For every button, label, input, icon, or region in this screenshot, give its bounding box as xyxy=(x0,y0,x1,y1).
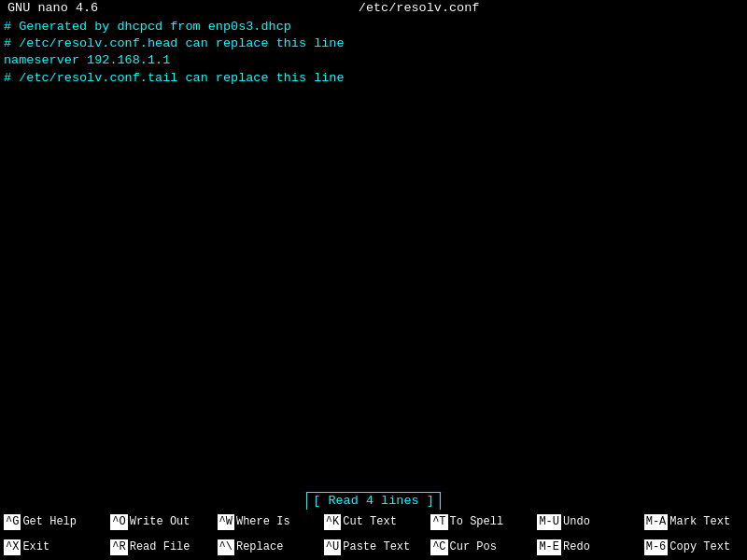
shortcut-label: Redo xyxy=(563,539,590,554)
shortcut-item[interactable]: M-E Redo xyxy=(533,535,640,560)
shortcut-key: ^G xyxy=(4,514,21,529)
shortcut-label: Write Out xyxy=(130,514,190,529)
shortcut-key: ^T xyxy=(430,514,447,529)
title-bar: GNU nano 4.6 /etc/resolv.conf xyxy=(0,0,747,17)
shortcut-item[interactable]: ^\ Replace xyxy=(214,535,320,560)
shortcut-item[interactable]: ^C Cur Pos xyxy=(427,535,533,560)
shortcut-label: Mark Text xyxy=(669,514,730,529)
shortcut-label: To Spell xyxy=(450,514,504,529)
app-title: GNU nano 4.6 xyxy=(7,0,98,17)
status-message: [ Read 4 lines ] xyxy=(306,492,441,511)
shortcut-key: ^O xyxy=(110,514,127,529)
shortcut-label: Paste Text xyxy=(343,539,410,554)
shortcut-item[interactable]: M-6 Copy Text xyxy=(641,535,747,560)
shortcut-key: ^X xyxy=(4,539,21,554)
shortcut-label: Copy Text xyxy=(669,539,730,554)
editor-line: # Generated by dhcpcd from enp0s3.dhcp xyxy=(4,19,743,35)
shortcut-item[interactable]: ^U Paste Text xyxy=(320,535,427,560)
shortcut-label: Cut Text xyxy=(343,514,397,529)
editor-line: # /etc/resolv.conf.tail can replace this… xyxy=(4,70,743,87)
shortcut-item[interactable]: ^O Write Out xyxy=(106,510,213,535)
shortcut-key: ^C xyxy=(430,539,447,554)
shortcut-bar: ^G Get Help^O Write Out^W Where Is^K Cut… xyxy=(0,510,747,560)
shortcut-key: ^\ xyxy=(218,539,234,554)
app: GNU nano 4.6 /etc/resolv.conf # Generate… xyxy=(0,0,747,560)
editor-line: # /etc/resolv.conf.head can replace this… xyxy=(4,35,743,52)
shortcut-key: M-E xyxy=(537,539,561,554)
shortcut-item[interactable]: ^K Cut Text xyxy=(320,510,427,535)
shortcut-key: M-6 xyxy=(644,539,669,554)
editor-area[interactable]: # Generated by dhcpcd from enp0s3.dhcp# … xyxy=(0,17,747,493)
shortcut-label: Get Help xyxy=(22,514,77,529)
file-title: /etc/resolv.conf xyxy=(98,0,740,17)
shortcut-label: Where Is xyxy=(236,514,290,529)
shortcut-label: Read File xyxy=(130,539,190,554)
shortcut-item[interactable]: M-U Undo xyxy=(533,510,640,535)
shortcut-item[interactable]: ^W Where Is xyxy=(214,510,320,535)
shortcut-label: Cur Pos xyxy=(450,539,497,554)
shortcut-item[interactable]: ^T To Spell xyxy=(427,510,533,535)
shortcut-label: Exit xyxy=(22,539,49,554)
shortcut-key: M-A xyxy=(644,514,669,529)
shortcut-key: ^R xyxy=(110,539,127,554)
shortcut-item[interactable]: ^R Read File xyxy=(106,535,213,560)
shortcut-key: ^U xyxy=(324,539,341,554)
shortcut-key: ^K xyxy=(324,514,341,529)
shortcut-item[interactable]: ^X Exit xyxy=(0,535,106,560)
shortcut-key: ^W xyxy=(218,514,234,529)
shortcut-label: Undo xyxy=(563,514,590,529)
editor-line: nameserver 192.168.1.1 xyxy=(4,52,743,69)
shortcut-item[interactable]: ^G Get Help xyxy=(0,510,106,535)
shortcut-item[interactable]: M-A Mark Text xyxy=(641,510,747,535)
shortcut-key: M-U xyxy=(537,514,561,529)
shortcut-label: Replace xyxy=(236,539,283,554)
status-bar: [ Read 4 lines ] xyxy=(0,493,747,510)
